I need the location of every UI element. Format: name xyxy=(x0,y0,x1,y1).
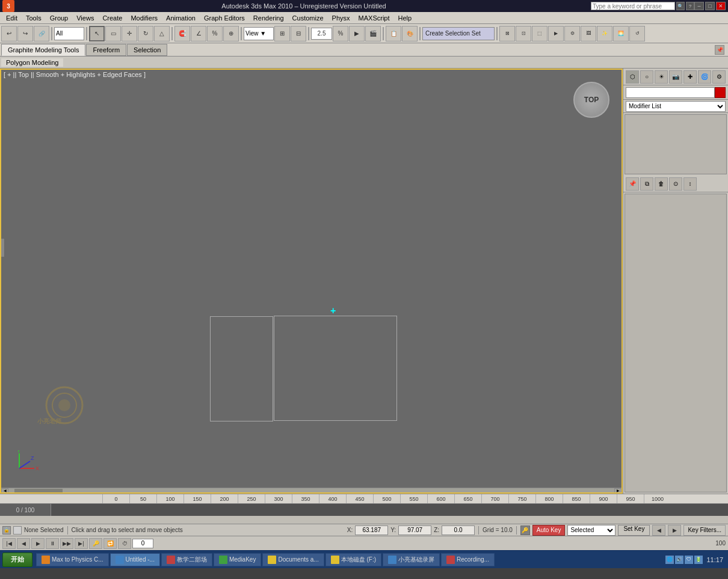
taskbar-item-6[interactable]: 小亮基础录屏 xyxy=(383,553,440,566)
menu-maxscript[interactable]: MAXScript xyxy=(355,13,393,23)
anim-next-frame[interactable]: ▶▶ xyxy=(60,538,73,549)
panel-helper-icon[interactable]: ✚ xyxy=(683,70,697,84)
title-help-icon[interactable]: ? xyxy=(686,2,694,10)
panel-shape-icon[interactable]: ○ xyxy=(640,70,653,84)
menu-graph-editors[interactable]: Graph Editors xyxy=(200,13,248,23)
lock-icon[interactable]: 🔒 xyxy=(2,526,11,535)
auto-key-button[interactable]: Auto Key xyxy=(532,525,566,536)
panel-light-icon[interactable]: ☀ xyxy=(655,70,668,84)
scroll-left-btn[interactable]: ◀ xyxy=(1,488,8,493)
tray-antivirus-icon[interactable]: 🛡 xyxy=(685,556,693,564)
zoom-value[interactable]: 2.5 xyxy=(311,28,332,40)
toolbar-spinner-snap[interactable]: ⊕ xyxy=(223,26,239,41)
menu-animation[interactable]: Animation xyxy=(162,13,199,23)
anim-stop[interactable]: ⏸ xyxy=(46,538,59,549)
toolbar-scale[interactable]: △ xyxy=(154,26,170,41)
taskbar-item-4[interactable]: Documents a... xyxy=(262,553,324,566)
menu-customize[interactable]: Customize xyxy=(289,13,327,23)
menu-group[interactable]: Group xyxy=(46,13,72,23)
polygon-modeling-tab[interactable]: Polygon Modeling xyxy=(1,58,63,67)
x-coord-input[interactable] xyxy=(355,525,388,535)
panel-spacewarp-icon[interactable]: 🌀 xyxy=(698,70,711,84)
panel-active-icon[interactable]: ⊙ xyxy=(669,177,682,191)
z-coord-input[interactable] xyxy=(442,525,475,535)
anim-play[interactable]: ▶ xyxy=(31,538,45,549)
toolbar-named-sel[interactable]: 📋 xyxy=(386,26,401,41)
panel-camera-icon[interactable]: 📷 xyxy=(669,70,682,84)
menu-create[interactable]: Create xyxy=(99,13,126,23)
selected-dropdown[interactable]: Selected xyxy=(567,525,615,536)
toolbar-effects[interactable]: ✨ xyxy=(597,26,612,41)
toolbar-quick-render[interactable]: 🎬 xyxy=(365,26,381,41)
key-next-button[interactable]: ▶ xyxy=(668,525,681,536)
toolbar-select[interactable]: ↖ xyxy=(89,26,105,41)
toolbar-align[interactable]: ⊟ xyxy=(291,26,306,41)
nav-circle[interactable]: TOP xyxy=(573,82,609,118)
menu-tools[interactable]: Tools xyxy=(22,13,45,23)
toolbar-undo[interactable]: ↩ xyxy=(1,26,17,41)
toolbar-select-region[interactable]: ▭ xyxy=(105,26,121,41)
toolbar-render[interactable]: ▶ xyxy=(548,26,564,41)
toolbar-schematic[interactable]: ⊡ xyxy=(516,26,531,41)
taskbar-item-2[interactable]: 教学二部场 xyxy=(161,553,212,566)
y-coord-input[interactable] xyxy=(398,525,431,535)
scroll-right-btn[interactable]: ▶ xyxy=(614,488,622,493)
taskbar-item-1[interactable]: Untitled -... xyxy=(110,553,160,566)
toolbar-environment[interactable]: 🌅 xyxy=(613,26,629,41)
selection-tab[interactable]: Selection xyxy=(127,44,167,56)
toolbar-render-setup[interactable]: ⚙ xyxy=(564,26,580,41)
toolbar-select-move[interactable]: ✛ xyxy=(122,26,137,41)
toolbar-percent[interactable]: % xyxy=(333,26,348,41)
menu-edit[interactable]: Edit xyxy=(2,13,21,23)
h-scrollbar[interactable]: ◀ ▶ xyxy=(1,488,622,492)
toolbar-percent-snap[interactable]: % xyxy=(207,26,223,41)
right-panel-search-input[interactable] xyxy=(626,87,715,98)
toolbar-select-link[interactable]: 🔗 xyxy=(34,26,49,41)
minimize-button[interactable]: – xyxy=(694,2,704,10)
toolbar-undo2[interactable]: ↺ xyxy=(629,26,645,41)
anim-goto-start[interactable]: |◀ xyxy=(2,538,16,549)
menu-rendering[interactable]: Rendering xyxy=(250,13,288,23)
title-search-input[interactable] xyxy=(591,2,675,10)
maximize-button[interactable]: □ xyxy=(705,2,715,10)
toolbar-mirror[interactable]: ⊞ xyxy=(274,26,290,41)
start-button[interactable]: 开始 xyxy=(2,553,32,567)
viewport-nav-cube[interactable]: TOP xyxy=(573,82,609,118)
key-prev-button[interactable]: ◀ xyxy=(652,525,665,536)
viewport[interactable]: [ + || Top || Smooth + Highlights + Edge… xyxy=(0,69,623,494)
menu-physx[interactable]: Physx xyxy=(329,13,354,23)
current-frame-input[interactable] xyxy=(132,539,153,548)
toolbar-mat-editor[interactable]: ⬚ xyxy=(532,26,548,41)
panel-copy-icon[interactable]: ⧉ xyxy=(640,177,653,191)
panel-geometry-icon[interactable]: ⬡ xyxy=(626,70,639,84)
timeline-bar[interactable]: 0 / 100 xyxy=(0,504,728,516)
timeline-track[interactable] xyxy=(51,504,728,516)
toolbar-snap[interactable]: 🧲 xyxy=(174,26,190,41)
freeform-tab[interactable]: Freeform xyxy=(86,44,126,56)
toolbar-wire-color[interactable]: 🎨 xyxy=(402,26,418,41)
panel-delete-icon[interactable]: 🗑 xyxy=(655,177,668,191)
title-search-button[interactable]: 🔍 xyxy=(676,2,685,10)
toolbar-render-preview[interactable]: ▶ xyxy=(349,26,365,41)
panel-systems-icon[interactable]: ⚙ xyxy=(712,70,726,84)
tray-net-icon[interactable]: 🌐 xyxy=(665,556,674,564)
search-clear-btn[interactable] xyxy=(715,87,726,98)
graphite-tab[interactable]: Graphite Modeling Tools xyxy=(1,44,85,56)
panel-pin-icon[interactable]: 📌 xyxy=(626,177,639,191)
toolbar-angle-snap[interactable]: ∠ xyxy=(191,26,206,41)
toolbar-redo[interactable]: ↪ xyxy=(17,26,33,41)
panel-toggle-icon[interactable]: ↕ xyxy=(683,177,697,191)
key-icon[interactable]: 🔑 xyxy=(520,525,530,535)
toolbar-track-view[interactable]: ⊠ xyxy=(499,26,515,41)
set-key-button[interactable]: Set Key xyxy=(618,525,650,536)
tray-battery-icon[interactable]: 🔋 xyxy=(694,556,703,564)
anim-time-config[interactable]: ⏱ xyxy=(118,538,131,549)
toolbar-rotate[interactable]: ↻ xyxy=(138,26,153,41)
anim-loop[interactable]: 🔁 xyxy=(103,538,117,549)
anim-goto-end[interactable]: ▶| xyxy=(75,538,88,549)
key-filters-button[interactable]: Key Filters... xyxy=(683,525,726,536)
render-view-dropdown[interactable]: View ▼ xyxy=(244,27,274,40)
modifier-list-dropdown[interactable]: Modifier List xyxy=(626,101,726,112)
tab-pin-button[interactable]: 📌 xyxy=(715,45,724,55)
anim-key-mode[interactable]: 🔑 xyxy=(89,538,102,549)
